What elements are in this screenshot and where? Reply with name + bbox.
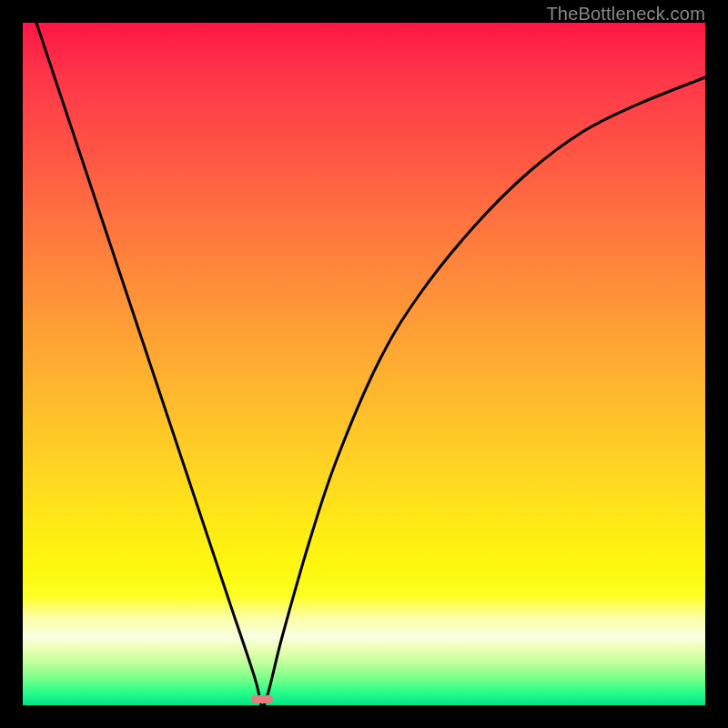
optimum-marker xyxy=(251,695,273,703)
bottleneck-chart: TheBottleneck.com xyxy=(0,0,728,728)
attribution-text: TheBottleneck.com xyxy=(546,4,705,25)
curve-svg xyxy=(23,23,705,705)
plot-area xyxy=(23,23,705,705)
bottleneck-curve xyxy=(36,23,705,706)
